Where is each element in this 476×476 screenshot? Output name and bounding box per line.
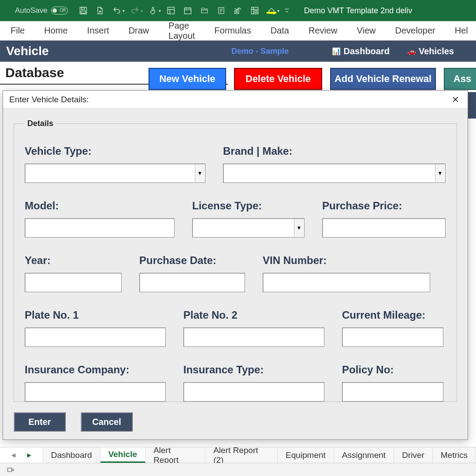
policy-no-input[interactable] [342,382,443,402]
macro-record-icon[interactable] [6,466,15,473]
year-input[interactable] [25,273,122,292]
autosave-toggle[interactable]: AutoSave Off [15,6,68,15]
plate1-input[interactable] [25,327,166,347]
sheet-tab-equipment[interactable]: Equipment [278,447,334,463]
sheet-nav[interactable]: ◄► [0,447,43,463]
ribbon-tabs: File Home Insert Draw Page Layout Formul… [0,21,476,41]
label-policy-no: Policy No: [342,364,443,376]
svg-rect-3 [167,7,174,14]
sheet-tab-alert-report-2[interactable]: Alert Report (2) [205,447,278,463]
ribbon-tab-file[interactable]: File [0,21,34,40]
action-buttons: New Vehicle Delete Vehicle Add Vehicle R… [149,68,476,90]
enter-button[interactable]: Enter [14,412,66,431]
dialog-title: Enter Vehicle Details: [9,95,89,104]
pivot-icon[interactable] [247,4,262,18]
nav-dashboard[interactable]: 📊Dashboard [332,46,389,56]
label-model: Model: [25,200,175,212]
ribbon-tab-data[interactable]: Data [261,21,299,40]
ribbon-tab-formulas[interactable]: Formulas [205,21,260,40]
label-year: Year: [25,254,122,267]
redo-icon[interactable] [127,4,142,18]
ribbon-tab-help[interactable]: Hel [445,21,476,40]
autosave-label: AutoSave [15,6,48,15]
close-icon[interactable]: ✕ [449,93,461,106]
svg-rect-21 [7,468,11,472]
export-icon[interactable] [93,4,108,18]
sheet-tab-alert-report[interactable]: Alert Report [145,447,205,463]
svg-point-19 [255,11,257,13]
ribbon-tab-insert[interactable]: Insert [78,21,119,40]
sheet-next-icon[interactable]: ► [26,451,33,459]
touch-mode-icon[interactable] [145,4,160,18]
label-plate2: Plate No. 2 [183,309,324,321]
sheet-tab-assignment[interactable]: Assignment [334,447,394,463]
label-brand-make: Brand | Make: [223,145,446,157]
add-renewal-button[interactable]: Add Vehicle Renewal [330,68,436,90]
delete-vehicle-button[interactable]: Delete Vehicle [234,68,322,90]
folder-open-icon[interactable] [197,4,212,18]
dialog-button-row: Enter Cancel [14,412,133,431]
svg-rect-6 [184,8,191,14]
svg-rect-15 [237,9,238,14]
dashboard-icon: 📊 [332,47,341,56]
title-bar: AutoSave Off ▾ ▾ ▾ ▾ Demo VMT Template 2… [0,0,476,21]
ribbon-tab-developer[interactable]: Developer [386,21,445,40]
sample-label: Demo - Sample [231,47,289,56]
ribbon-tab-review[interactable]: Review [299,21,347,40]
model-input[interactable] [25,218,175,238]
svg-rect-14 [234,11,236,14]
form-icon[interactable] [164,4,178,18]
chevron-down-icon[interactable]: ▼ [195,164,205,182]
details-fieldset: Details Vehicle Type: ▼ Brand | Make: ▼ … [14,119,457,402]
sheet-tab-driver[interactable]: Driver [394,447,433,463]
ins-type-input[interactable] [183,382,324,402]
ribbon-tab-draw[interactable]: Draw [119,21,159,40]
license-type-combo[interactable] [192,218,305,238]
vehicle-type-combo[interactable] [25,164,205,183]
brand-make-combo[interactable] [223,164,446,183]
vin-input[interactable] [263,273,430,292]
label-license-type: License Type: [192,200,305,212]
ribbon-tab-view[interactable]: View [347,21,386,40]
save-icon[interactable] [76,4,91,18]
label-vehicle-type: Vehicle Type: [25,145,205,157]
fill-color-icon[interactable] [264,4,279,18]
dropdown-arrow-icon[interactable]: ▾ [277,8,279,13]
cancel-button[interactable]: Cancel [81,412,133,431]
properties-icon[interactable] [214,4,229,18]
app-header: Vehicle Demo - Sample 📊Dashboard 🚗Vehicl… [0,41,476,62]
svg-rect-1 [82,7,85,10]
calendar-icon[interactable] [180,4,195,18]
dropdown-arrow-icon[interactable]: ▾ [123,8,125,13]
toggle-switch-icon: Off [51,7,68,15]
dropdown-arrow-icon[interactable]: ▾ [141,8,143,13]
app-title-line2: Database [5,65,64,80]
ins-company-input[interactable] [25,382,166,402]
label-vin: VIN Number: [263,254,430,267]
assign-button[interactable]: Ass [444,68,476,90]
app-title-line1: Vehicle [0,41,228,62]
mileage-input[interactable] [342,327,443,347]
label-mileage: Current Mileage: [342,309,443,321]
label-plate1: Plate No. 1 [25,309,166,321]
sheet-tab-vehicle[interactable]: Vehicle [100,447,146,463]
sheet-prev-icon[interactable]: ◄ [10,451,17,459]
dropdown-arrow-icon[interactable]: ▾ [159,8,161,13]
purchase-price-input[interactable] [322,218,446,238]
nav-vehicles[interactable]: 🚗Vehicles [407,46,454,56]
ribbon-tab-page-layout[interactable]: Page Layout [159,21,205,40]
chevron-down-icon[interactable]: ▼ [435,164,445,182]
plate2-input[interactable] [183,327,324,347]
document-title: Demo VMT Template 2nd deliv [304,6,412,15]
chart-combo-icon[interactable] [231,4,245,18]
svg-point-22 [12,469,14,471]
sheet-tab-metrics[interactable]: Metrics [433,447,476,463]
overflow-icon[interactable] [282,4,292,18]
app-nav: Demo - Sample 📊Dashboard 🚗Vehicles [228,41,476,62]
purchase-date-input[interactable] [139,273,245,292]
sheet-tab-dashboard[interactable]: Dashboard [43,447,100,463]
new-vehicle-button[interactable]: New Vehicle [149,68,226,90]
undo-icon[interactable] [109,4,124,18]
chevron-down-icon[interactable]: ▼ [294,219,304,237]
ribbon-tab-home[interactable]: Home [34,21,77,40]
